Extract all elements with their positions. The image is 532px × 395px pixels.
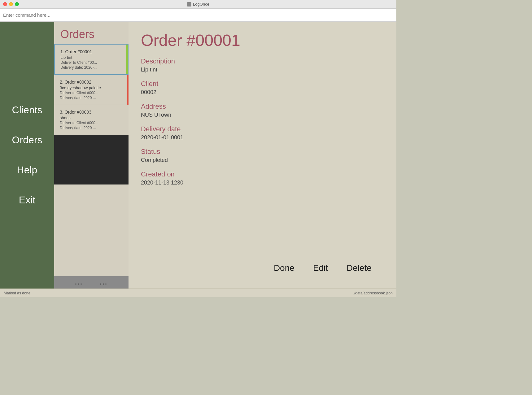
title-bar: LogOnce	[0, 0, 396, 9]
command-bar	[0, 9, 396, 22]
label-description: Description	[141, 57, 384, 65]
app-icon	[187, 2, 191, 7]
maximize-button[interactable]	[15, 2, 19, 6]
sidebar: Clients Orders Help Exit	[0, 22, 54, 289]
delete-button[interactable]: Delete	[347, 263, 372, 273]
field-address: Address NUS UTown	[141, 102, 384, 118]
main-container: Clients Orders Help Exit Orders 1. Order…	[0, 22, 396, 289]
minimize-button[interactable]	[9, 2, 13, 6]
sidebar-item-orders[interactable]: Orders	[0, 125, 54, 155]
field-client: Client 00002	[141, 80, 384, 96]
order-date-3: Delivery date: 2020-...	[60, 126, 123, 130]
status-left-text: Marked as done.	[4, 291, 31, 295]
ellipsis-right[interactable]: ...	[100, 279, 108, 286]
order-desc-3: shoes	[60, 115, 123, 120]
order-date-1: Delivery date: 2020-...	[60, 65, 122, 70]
order-deliver-2: Deliver to Client #000...	[60, 91, 123, 95]
label-status: Status	[141, 148, 384, 156]
sidebar-item-help[interactable]: Help	[0, 155, 54, 185]
label-created-on: Created on	[141, 170, 384, 178]
field-delivery-date: Delivery date 2020-01-01 0001	[141, 125, 384, 141]
value-address: NUS UTown	[141, 112, 384, 118]
field-status: Status Completed	[141, 148, 384, 163]
order-desc-2: 3ce eyeshadow palette	[60, 85, 123, 90]
edit-button[interactable]: Edit	[313, 263, 328, 273]
detail-title: Order #00001	[141, 31, 384, 50]
order-status-bar-2	[127, 75, 129, 105]
order-list-item-3[interactable]: 3. Order #00003 shoes Deliver to Client …	[54, 105, 129, 135]
sidebar-item-exit[interactable]: Exit	[0, 185, 54, 215]
detail-panel: Order #00001 Description Lip tint Client…	[129, 22, 396, 289]
sidebar-item-clients[interactable]: Clients	[0, 95, 54, 125]
order-number-3: 3. Order #00003	[60, 110, 123, 115]
orders-panel-title: Orders	[54, 22, 129, 44]
status-bar: Marked as done. ./data/addressbook.json	[0, 289, 396, 297]
value-delivery-date: 2020-01-01 0001	[141, 134, 384, 141]
order-list-item-2[interactable]: 2. Order #00002 3ce eyeshadow palette De…	[54, 75, 129, 105]
detail-actions: Done Edit Delete	[141, 257, 384, 279]
label-address: Address	[141, 102, 384, 111]
order-list-item-1[interactable]: 1. Order #00001 Lip tint Deliver to Clie…	[54, 44, 129, 75]
orders-bottom-panel	[54, 135, 129, 184]
value-description: Lip tint	[141, 67, 384, 73]
title-bar-text: LogOnce	[187, 2, 209, 7]
order-deliver-3: Deliver to Client #000...	[60, 121, 123, 125]
value-status: Completed	[141, 157, 384, 163]
value-created-on: 2020-11-13 1230	[141, 180, 384, 186]
field-created-on: Created on 2020-11-13 1230	[141, 170, 384, 186]
traffic-lights[interactable]	[3, 2, 19, 6]
label-delivery-date: Delivery date	[141, 125, 384, 133]
orders-ellipsis-row: ... ...	[54, 276, 129, 289]
order-deliver-1: Deliver to Client #00...	[60, 60, 122, 65]
close-button[interactable]	[3, 2, 7, 6]
order-desc-1: Lip tint	[60, 55, 122, 60]
label-client: Client	[141, 80, 384, 88]
value-client: 00002	[141, 89, 384, 96]
ellipsis-left[interactable]: ...	[75, 279, 83, 286]
orders-panel: Orders 1. Order #00001 Lip tint Deliver …	[54, 22, 129, 289]
order-number-2: 2. Order #00002	[60, 80, 123, 85]
field-description: Description Lip tint	[141, 57, 384, 73]
order-date-2: Delivery date: 2020-...	[60, 96, 123, 100]
orders-list: 1. Order #00001 Lip tint Deliver to Clie…	[54, 44, 129, 276]
command-input[interactable]	[3, 12, 393, 18]
status-right-text: ./data/addressbook.json	[353, 291, 393, 295]
order-number-1: 1. Order #00001	[60, 49, 122, 54]
done-button[interactable]: Done	[274, 263, 294, 273]
